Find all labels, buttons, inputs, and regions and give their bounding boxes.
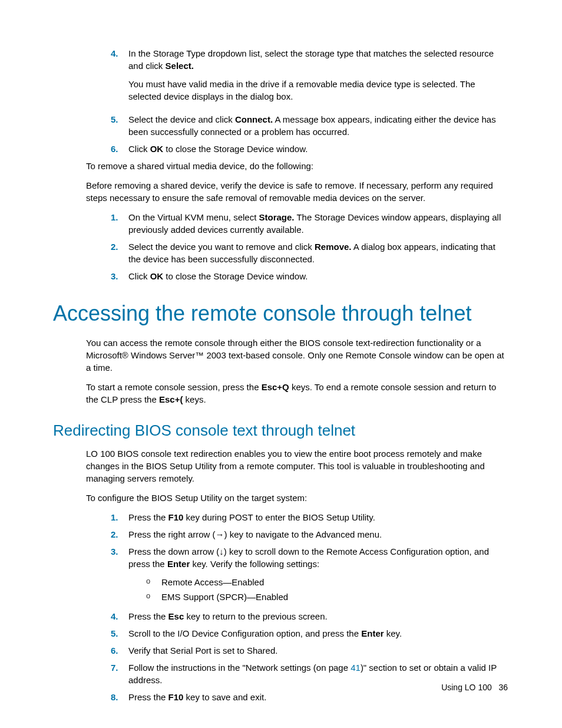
paragraph: You must have valid media in the drive i… (128, 78, 509, 103)
list-item: 4. In the Storage Type dropdown list, se… (107, 47, 509, 108)
list-item: 6. Verify that Serial Port is set to Sha… (107, 644, 509, 657)
list-number: 5. (107, 113, 128, 138)
list-body: Scroll to the I/O Device Configuration o… (128, 627, 509, 640)
list-body: On the Virtual KVM menu, select Storage.… (128, 211, 509, 236)
list-body: Press the F10 key during POST to enter t… (128, 511, 509, 523)
footer-label: Using LO 100 (441, 683, 492, 692)
sub-list-item: o Remote Access—Enabled (146, 576, 509, 588)
bullet-icon: o (146, 576, 161, 588)
list-number: 2. (107, 241, 128, 265)
list-number: 4. (107, 610, 128, 622)
list-body: Click OK to close the Storage Device win… (128, 270, 509, 282)
ordered-list-top: 4. In the Storage Type dropdown list, se… (107, 47, 509, 155)
page-content: 4. In the Storage Type dropdown list, se… (86, 47, 509, 703)
paragraph: In the Storage Type dropdown list, selec… (128, 47, 509, 72)
list-number: 8. (107, 691, 128, 703)
list-item: 1. Press the F10 key during POST to ente… (107, 511, 509, 523)
page-link-41[interactable]: 41 (351, 663, 361, 673)
list-item: 1. On the Virtual KVM menu, select Stora… (107, 211, 509, 236)
list-number: 3. (107, 545, 128, 605)
page-footer: Using LO 100 36 (441, 682, 508, 694)
sub-text: EMS Support (SPCR)—Enabled (161, 591, 509, 603)
list-item: 3. Press the down arrow (↓) key to scrol… (107, 545, 509, 605)
list-body: Press the right arrow (→) key to navigat… (128, 528, 509, 541)
paragraph: Press the down arrow (↓) key to scroll d… (128, 545, 509, 570)
list-body: Verify that Serial Port is set to Shared… (128, 644, 509, 657)
list-item: 2. Select the device you want to remove … (107, 241, 509, 265)
list-number: 6. (107, 143, 128, 155)
list-number: 4. (107, 47, 128, 108)
ordered-list-remove: 1. On the Virtual KVM menu, select Stora… (107, 211, 509, 282)
list-item: 5. Scroll to the I/O Device Configuratio… (107, 627, 509, 640)
heading-redirecting-bios: Redirecting BIOS console text through te… (53, 420, 509, 441)
list-item: 4. Press the Esc key to return to the pr… (107, 610, 509, 622)
list-body: Press the down arrow (↓) key to scroll d… (128, 545, 509, 605)
list-body: Click OK to close the Storage Device win… (128, 143, 509, 155)
list-number: 3. (107, 270, 128, 282)
paragraph: To remove a shared virtual media device,… (86, 160, 509, 172)
list-number: 2. (107, 528, 128, 541)
paragraph: LO 100 BIOS console text redirection ena… (86, 447, 509, 485)
list-body: Select the device and click Connect. A m… (128, 113, 509, 138)
list-item: 2. Press the right arrow (→) key to navi… (107, 528, 509, 541)
paragraph: You can access the remote console throug… (86, 337, 509, 374)
list-number: 5. (107, 627, 128, 640)
paragraph: To start a remote console session, press… (86, 381, 509, 406)
list-number: 1. (107, 511, 128, 523)
list-body: Select the device you want to remove and… (128, 241, 509, 265)
list-body: In the Storage Type dropdown list, selec… (128, 47, 509, 108)
ordered-list-bios: 1. Press the F10 key during POST to ente… (107, 511, 509, 703)
heading-accessing-remote-console: Accessing the remote console through tel… (53, 299, 509, 328)
paragraph: Before removing a shared device, verify … (86, 179, 509, 204)
sub-text: Remote Access—Enabled (161, 576, 509, 588)
list-number: 6. (107, 644, 128, 657)
footer-page-number: 36 (498, 683, 508, 692)
list-item: 5. Select the device and click Connect. … (107, 113, 509, 138)
paragraph: To configure the BIOS Setup Utility on t… (86, 492, 509, 504)
bullet-icon: o (146, 591, 161, 603)
list-number: 1. (107, 211, 128, 236)
list-body: Press the Esc key to return to the previ… (128, 610, 509, 622)
list-item: 3. Click OK to close the Storage Device … (107, 270, 509, 282)
list-number: 7. (107, 661, 128, 686)
list-item: 6. Click OK to close the Storage Device … (107, 143, 509, 155)
sub-list-item: o EMS Support (SPCR)—Enabled (146, 591, 509, 603)
